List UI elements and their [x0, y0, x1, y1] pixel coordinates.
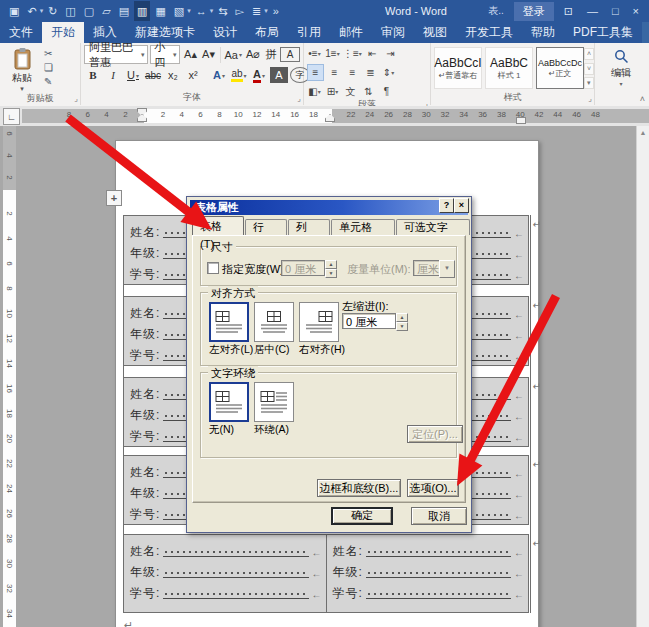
undo-icon[interactable]: ↶: [24, 1, 39, 21]
style-card-3[interactable]: AaBbCcDc↵正文: [536, 47, 584, 89]
multilevel-list-button[interactable]: ⋮≡▾: [343, 46, 362, 61]
ribbon-tab-帮助-11[interactable]: 帮助: [522, 22, 564, 43]
strikethrough-button[interactable]: abc: [144, 67, 162, 83]
close-button[interactable]: ×: [633, 5, 639, 17]
clear-formatting-button[interactable]: A⌀: [244, 47, 262, 63]
maximize-button[interactable]: □: [612, 5, 619, 17]
char-border-button[interactable]: A: [280, 47, 300, 62]
ribbon-tab-邮件-7[interactable]: 邮件: [330, 22, 372, 43]
left-indent-spinner[interactable]: ▲▼: [396, 313, 408, 329]
table-block-row[interactable]: 姓名:←年级:←学号:←姓名:←年级:←学号:←↵: [123, 534, 529, 613]
dialog-help-button[interactable]: ?: [439, 198, 454, 213]
ribbon-tab-布局-5[interactable]: 布局: [246, 22, 288, 43]
view-gridlines-icon[interactable]: ▦: [152, 1, 168, 21]
ribbon-tab-开发工具-10[interactable]: 开发工具: [456, 22, 522, 43]
save-icon[interactable]: ▣: [6, 1, 22, 21]
sign-in-button[interactable]: 登录: [514, 2, 554, 21]
open-icon[interactable]: ▱: [99, 1, 113, 21]
dialog-close-button[interactable]: ×: [454, 198, 469, 213]
shading-button[interactable]: ◧▾: [307, 84, 322, 99]
swap-cells-icon[interactable]: ⇆: [215, 1, 230, 21]
superscript-button[interactable]: x²: [184, 67, 202, 83]
italic-button[interactable]: I: [104, 67, 122, 83]
paste-icon[interactable]: ▤: [116, 1, 132, 21]
reading-view-icon[interactable]: ▥: [134, 1, 150, 21]
decrease-indent-button[interactable]: ⇤: [365, 46, 380, 61]
document-switcher[interactable]: 表..: [488, 4, 504, 18]
ribbon-tab-视图-9[interactable]: 视图: [414, 22, 456, 43]
ok-button[interactable]: 确定: [331, 507, 393, 525]
phonetic-guide-button[interactable]: 拼: [262, 47, 280, 63]
dialog-title[interactable]: 表格属性: [190, 200, 468, 215]
styles-scroll-up-icon[interactable]: ˄: [584, 48, 594, 60]
paste-dropdown[interactable]: ▾: [20, 85, 24, 93]
minimize-button[interactable]: —: [587, 5, 598, 17]
change-case-button[interactable]: Aa▾: [223, 47, 244, 63]
align-right-button[interactable]: ≡: [345, 65, 360, 80]
highlight-button[interactable]: ab▾: [230, 67, 248, 83]
positioning-button[interactable]: 定位(P)...: [407, 425, 463, 443]
left-indent-field[interactable]: 0 厘米: [342, 313, 396, 329]
wrapping-tile-none[interactable]: [209, 382, 249, 422]
alignment-tile-right[interactable]: [299, 302, 339, 342]
editing-button[interactable]: 编辑 ▾: [598, 45, 644, 92]
sort-button[interactable]: ⇅: [361, 84, 376, 99]
alignment-tile-left[interactable]: [209, 302, 249, 342]
dialog-tab-4[interactable]: 单元格(E): [331, 219, 394, 235]
print-preview-icon[interactable]: ◫: [62, 1, 78, 21]
ribbon-tab-引用-6[interactable]: 引用: [288, 22, 330, 43]
width-spinner[interactable]: ▲▼: [325, 260, 337, 276]
fit-width-icon[interactable]: ↔: [193, 1, 210, 21]
cancel-button[interactable]: 取消: [411, 507, 467, 525]
table-cell[interactable]: 姓名:←年级:←学号:←: [326, 535, 529, 612]
styles-scroll-down-icon[interactable]: ˅: [584, 63, 594, 75]
clipboard-dialog-launcher[interactable]: ⌟: [74, 93, 78, 104]
measure-unit-dropdown-icon[interactable]: ▼: [439, 260, 455, 278]
width-value-field[interactable]: 0 厘米: [281, 260, 325, 276]
underline-button[interactable]: U▾: [124, 67, 142, 83]
ribbon-tab-设计-4[interactable]: 设计: [204, 22, 246, 43]
align-center-button[interactable]: ≡: [327, 65, 342, 80]
font-name-combo[interactable]: 阿里巴巴普惠▾: [84, 45, 148, 64]
undo-dropdown-icon[interactable]: ▾: [40, 7, 44, 15]
dialog-tab-5[interactable]: 可选文字(A): [396, 219, 470, 235]
line-spacing-button[interactable]: ⇕▾: [381, 65, 396, 80]
alignment-tile-center[interactable]: [254, 302, 294, 342]
cut-button[interactable]: ✂: [41, 48, 56, 60]
bullets-dropdown-icon[interactable]: ▾: [264, 7, 268, 15]
dialog-tab-2[interactable]: 行(R): [245, 219, 287, 235]
styles-dialog-launcher[interactable]: ⌟: [588, 93, 592, 104]
copy-table-icon[interactable]: ▧: [171, 1, 187, 21]
bullets-icon[interactable]: ≣: [249, 1, 264, 21]
asian-layout-button[interactable]: 文: [343, 84, 358, 99]
ribbon-tab-开始-1[interactable]: 开始: [42, 22, 84, 43]
increase-indent-button[interactable]: ⇥: [383, 46, 398, 61]
paste-button[interactable]: 粘贴 ▾: [3, 45, 41, 93]
options-button[interactable]: 选项(O)...: [407, 479, 459, 497]
borders-shading-button[interactable]: 边框和底纹(B)...: [317, 479, 401, 497]
ribbon-tab-设计-13[interactable]: 设计: [642, 22, 649, 43]
scroll-up-icon[interactable]: ▲: [637, 126, 649, 136]
redo-icon[interactable]: ↻: [45, 1, 60, 21]
ribbon-tab-审阅-8[interactable]: 审阅: [372, 22, 414, 43]
specify-width-checkbox[interactable]: [207, 262, 219, 274]
bold-button[interactable]: B: [84, 67, 102, 83]
table-cell[interactable]: 姓名:←年级:←学号:←: [124, 535, 326, 612]
style-card-1[interactable]: AaBbCcI↵普通靠右: [434, 47, 482, 89]
fit-width-dropdown-icon[interactable]: ▾: [210, 7, 214, 15]
bullets-button[interactable]: •≡▾: [307, 46, 322, 61]
collapse-ribbon-icon[interactable]: ˄: [640, 94, 645, 104]
copy-table-dropdown-icon[interactable]: ▾: [187, 7, 191, 15]
more-commands-icon[interactable]: »: [270, 1, 282, 21]
vertical-scrollbar[interactable]: ▲: [636, 126, 649, 627]
numbering-button[interactable]: 1≡▾: [325, 46, 340, 61]
wrapping-tile-around[interactable]: [254, 382, 294, 422]
show-marks-button[interactable]: ¶: [379, 84, 394, 99]
ribbon-tab-文件-0[interactable]: 文件: [0, 22, 42, 43]
format-painter-button[interactable]: ✎: [41, 76, 56, 88]
ribbon-display-options-button[interactable]: ⊡: [564, 5, 573, 18]
vertical-ruler[interactable]: 642246810121416182022242628303234: [3, 126, 16, 627]
select-cursor-icon[interactable]: ▻: [233, 1, 247, 21]
ribbon-tab-PDF工具集-12[interactable]: PDF工具集: [564, 22, 642, 43]
grow-font-button[interactable]: A▴: [182, 47, 200, 63]
